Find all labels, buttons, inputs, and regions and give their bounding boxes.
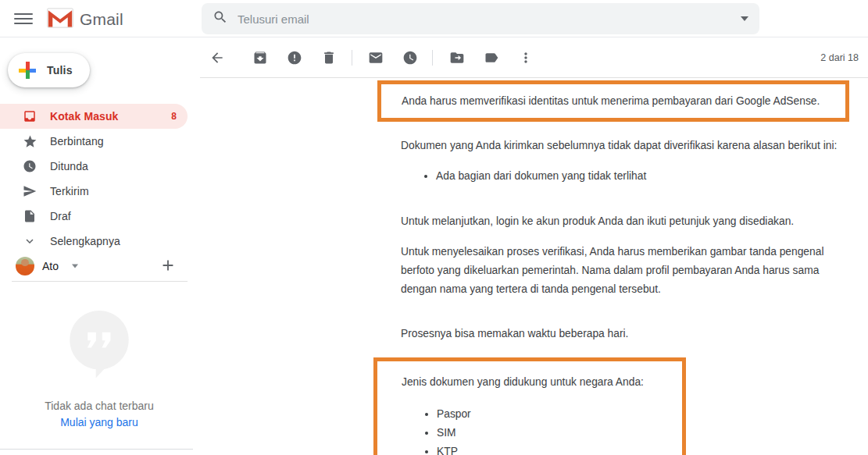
back-button[interactable] bbox=[202, 42, 233, 73]
delete-button[interactable] bbox=[313, 42, 345, 73]
supported-documents-title: Jenis dokumen yang didukung untuk negara… bbox=[402, 375, 682, 390]
move-to-button[interactable] bbox=[441, 42, 473, 73]
sidebar-item-selengkapnya[interactable]: Selengkapnya bbox=[0, 229, 188, 254]
email-bullet-list: Ada bagian dari dokumen yang tidak terli… bbox=[401, 167, 838, 186]
avatar[interactable] bbox=[16, 257, 34, 275]
email-highlight-text: Anda harus memverifikasi identitas untuk… bbox=[402, 95, 820, 107]
report-spam-button[interactable] bbox=[279, 42, 310, 73]
draft-icon bbox=[22, 208, 38, 224]
email-paragraph-line: Untuk menyelesaikan proses verifikasi, A… bbox=[401, 243, 868, 261]
sidebar-bottom-divider bbox=[0, 449, 193, 450]
start-new-chat-link[interactable]: Mulai yang baru bbox=[0, 416, 198, 428]
compose-label: Tulis bbox=[47, 64, 73, 76]
sidebar-item-label: Ditunda bbox=[50, 160, 88, 172]
profile-chevron-icon[interactable] bbox=[72, 265, 78, 268]
inbox-icon bbox=[22, 108, 38, 124]
profile-name: Ato bbox=[42, 260, 59, 272]
sidebar-item-draf[interactable]: Draf bbox=[0, 204, 188, 229]
search-input[interactable] bbox=[238, 12, 741, 26]
hamburger-menu-icon[interactable] bbox=[14, 10, 33, 27]
sidebar-item-label: Kotak Masuk bbox=[50, 110, 118, 123]
sidebar-item-ditunda[interactable]: Ditunda bbox=[0, 154, 188, 179]
gmail-logo[interactable]: Gmail bbox=[47, 8, 123, 31]
email-paragraph-line: berfoto yang dikeluarkan pemerintah. Nam… bbox=[401, 261, 868, 280]
email-list-item: Paspor bbox=[437, 405, 682, 424]
app-header: Gmail bbox=[0, 0, 868, 37]
sidebar-item-label: Draf bbox=[50, 210, 71, 222]
label-button[interactable] bbox=[476, 42, 507, 73]
email-paragraph-line: dengan nama yang tertera di tanda pengen… bbox=[401, 280, 868, 299]
email-paragraph: Untuk menyelesaikan proses verifikasi, A… bbox=[401, 243, 868, 299]
highlighted-documents-box: Jenis dokumen yang didukung untuk negara… bbox=[373, 357, 686, 455]
star-icon bbox=[22, 133, 38, 149]
email-paragraph: Prosesnya bisa memakan waktu beberapa ha… bbox=[401, 325, 868, 343]
email-paragraph: Dokumen yang Anda kirimkan sebelumnya ti… bbox=[401, 137, 868, 155]
sidebar-item-label: Terkirim bbox=[50, 185, 89, 197]
email-list-item: KTP bbox=[437, 443, 682, 455]
compose-plus-icon bbox=[19, 62, 36, 79]
chevron-down-icon bbox=[22, 233, 38, 249]
sidebar-item-berbintang[interactable]: Berbintang bbox=[0, 129, 188, 154]
hangouts-icon bbox=[70, 311, 129, 382]
email-list-item: SIM bbox=[437, 424, 682, 443]
sidebar-item-kotak-masuk[interactable]: Kotak Masuk 8 bbox=[0, 104, 188, 129]
search-options-chevron-icon[interactable] bbox=[741, 16, 748, 21]
highlighted-statement-box: Anda harus memverifikasi identitas untuk… bbox=[377, 80, 849, 122]
archive-button[interactable] bbox=[245, 42, 276, 73]
search-bar[interactable] bbox=[202, 3, 759, 34]
send-icon bbox=[22, 183, 38, 199]
compose-button[interactable]: Tulis bbox=[8, 53, 90, 87]
clock-icon bbox=[22, 158, 38, 174]
gmail-envelope-icon bbox=[47, 8, 73, 31]
add-contact-icon[interactable] bbox=[159, 257, 178, 275]
chat-empty-state: Tidak ada chat terbaru Mulai yang baru bbox=[0, 311, 198, 428]
sidebar-nav: Kotak Masuk 8 Berbintang Ditunda Terkiri… bbox=[0, 104, 200, 254]
pagination-counter: 2 dari 18 bbox=[820, 37, 859, 78]
unread-count-badge: 8 bbox=[171, 111, 177, 122]
search-icon[interactable] bbox=[213, 9, 228, 28]
sidebar-item-label: Selengkapnya bbox=[50, 235, 120, 247]
sidebar-item-label: Berbintang bbox=[50, 135, 104, 148]
sidebar-divider bbox=[12, 281, 188, 282]
gmail-wordmark: Gmail bbox=[80, 10, 123, 29]
chat-empty-text: Tidak ada chat terbaru bbox=[0, 400, 198, 412]
email-toolbar: 2 dari 18 bbox=[200, 37, 868, 78]
sidebar-item-terkirim[interactable]: Terkirim bbox=[0, 179, 188, 204]
email-paragraph: Untuk melanjutkan, login ke akun produk … bbox=[401, 212, 868, 231]
toolbar-divider bbox=[352, 50, 352, 66]
snooze-button[interactable] bbox=[395, 42, 426, 73]
sidebar: Tulis Kotak Masuk 8 Berbintang Ditunda bbox=[0, 37, 200, 455]
more-options-button[interactable] bbox=[510, 42, 541, 73]
email-list-item: Ada bagian dari dokumen yang tidak terli… bbox=[436, 167, 838, 186]
toolbar-divider bbox=[432, 50, 433, 66]
mark-unread-button[interactable] bbox=[360, 42, 391, 73]
email-view: 2 dari 18 Anda harus memverifikasi ident… bbox=[200, 37, 868, 455]
